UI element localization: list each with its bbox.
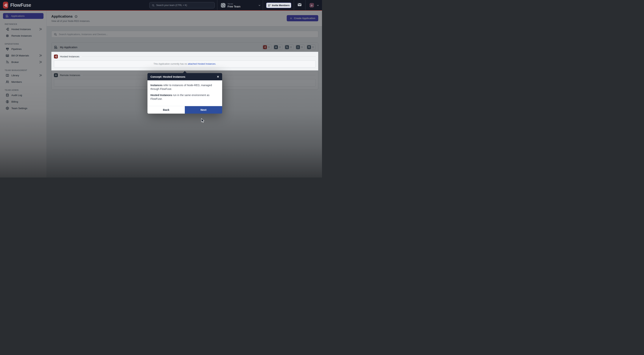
tour-modal-title: Concept: Hosted Instances	[150, 75, 185, 78]
application-card-header[interactable]: My Application 0	[52, 43, 318, 52]
badge-count: 0	[279, 46, 280, 49]
hosted-instances-icon	[263, 45, 267, 49]
team-label: TEAM:	[228, 3, 240, 5]
sidebar-item-label: Bill Of Materials	[12, 54, 29, 57]
members-icon	[6, 80, 9, 84]
section-label: Remote Instances	[60, 74, 80, 77]
sidebar-item-members[interactable]: Members	[0, 79, 46, 85]
team-chevron-down-icon[interactable]	[258, 4, 261, 7]
sidebar-section-team-admin: TEAM ADMIN	[5, 89, 46, 91]
sidebar-item-label: Applications	[11, 15, 25, 17]
applications-search-placeholder: Search Applications, Instances and Devic…	[59, 33, 108, 36]
badge-count: 0	[290, 46, 292, 49]
application-icon	[54, 45, 58, 49]
sidebar-item-label: Members	[12, 81, 22, 83]
sidebar-item-pipelines[interactable]: Pipelines	[0, 46, 46, 52]
badge-hosted-instances[interactable]: 0	[262, 45, 272, 50]
top-navbar: FlowFuse Search your team (CTRL + K) TEA…	[0, 0, 322, 11]
page-header: Applications View all of your Node-RED i…	[47, 11, 322, 26]
create-application-button[interactable]: Create Application	[287, 15, 318, 21]
team-selector[interactable]: TEAM: Free Team	[221, 0, 240, 11]
sidebar-item-broker[interactable]: Broker	[0, 59, 46, 65]
tour-modal: Concept: Hosted Instances ✕ Instances re…	[148, 73, 222, 114]
sidebar-item-label: Billing	[12, 100, 18, 103]
empty-state-period: .	[216, 63, 216, 65]
team-search-input[interactable]: Search your team (CTRL + K)	[149, 2, 215, 9]
badge-count: 0	[301, 46, 302, 49]
user-chevron-down-icon[interactable]	[316, 4, 319, 7]
broker-icon	[6, 60, 9, 64]
hosted-instances-icon	[6, 28, 9, 31]
remote-instances-icon	[6, 34, 9, 38]
clock-icon	[296, 45, 300, 49]
applications-search-input[interactable]: Search Applications, Instances and Devic…	[51, 31, 318, 38]
navbar-divider	[263, 0, 263, 11]
flowfuse-logo[interactable]: FlowFuse	[0, 2, 47, 9]
sparkle-icon	[39, 74, 42, 77]
close-icon[interactable]: ✕	[217, 75, 219, 79]
next-button[interactable]: Next	[185, 106, 222, 114]
sidebar-section-instances: INSTANCES	[5, 23, 46, 25]
tour-modal-arrow	[183, 71, 187, 73]
sidebar-item-audit-log[interactable]: Audit Log	[0, 92, 46, 99]
pipelines-icon	[307, 45, 311, 49]
badge-count: 0	[312, 46, 314, 49]
badge-snapshots[interactable]: 0	[295, 45, 304, 50]
tour-paragraph: Instances refer to instances of Node-RED…	[150, 84, 219, 91]
badge-remote-instances[interactable]: 0	[273, 45, 282, 50]
sidebar: Applications INSTANCES Hosted Instances	[0, 11, 47, 178]
search-icon	[54, 33, 57, 36]
sidebar-item-label: Audit Log	[12, 94, 22, 97]
application-stat-badges: 0 0	[262, 45, 316, 50]
team-search-placeholder: Search your team (CTRL + K)	[156, 4, 187, 7]
remote-instances-icon	[274, 45, 278, 49]
section-label: Hosted Instances	[60, 55, 79, 58]
bill-of-materials-icon	[6, 54, 9, 57]
mouse-cursor	[200, 118, 205, 123]
hosted-instances-empty-state: This Application currently has no attach…	[54, 60, 316, 68]
sidebar-item-label: Team Settings	[12, 107, 28, 110]
sidebar-item-bill-of-materials[interactable]: Bill Of Materials	[0, 52, 46, 59]
sidebar-item-applications[interactable]: Applications	[3, 13, 44, 19]
badge-pipelines[interactable]: 0	[306, 45, 316, 50]
user-avatar[interactable]: jp	[310, 3, 314, 8]
application-title: My Application	[60, 46, 78, 49]
search-icon	[152, 4, 154, 7]
page-subtitle: View all of your Node-RED instances.	[51, 20, 317, 23]
sidebar-item-label: Pipelines	[12, 48, 22, 51]
page-title: Applications	[51, 15, 72, 19]
info-icon[interactable]	[74, 15, 78, 18]
flowfuse-logo-icon	[3, 2, 8, 9]
logo-wordmark: FlowFuse	[10, 3, 31, 8]
sparkle-icon	[39, 54, 42, 57]
invite-members-button[interactable]: Invite Members	[266, 3, 291, 8]
sidebar-item-billing[interactable]: Billing	[0, 99, 46, 105]
create-application-label: Create Application	[294, 17, 315, 20]
sidebar-section-team-management: TEAM MANAGEMENT	[5, 69, 46, 71]
mail-icon[interactable]	[298, 3, 302, 6]
hosted-instances-section: Hosted Instances This Application curren…	[52, 52, 318, 71]
sidebar-item-hosted-instances[interactable]: Hosted Instances	[0, 26, 46, 33]
sidebar-item-library[interactable]: Library	[0, 72, 46, 79]
tour-paragraph: Hosted Instances run in the same environ…	[150, 93, 219, 101]
library-icon	[6, 74, 9, 77]
team-avatar	[221, 3, 226, 8]
sidebar-item-team-settings[interactable]: Team Settings	[0, 105, 46, 112]
audit-log-icon	[6, 93, 9, 97]
back-button[interactable]: Back	[148, 106, 185, 114]
sparkle-icon	[39, 61, 42, 64]
sidebar-item-label: Remote Instances	[12, 34, 32, 37]
sidebar-section-operations: OPERATIONS	[5, 43, 46, 45]
hosted-instances-icon	[54, 55, 58, 59]
navbar-divider	[305, 0, 306, 11]
badge-device-groups[interactable]: 0	[284, 45, 294, 50]
navbar-divider	[217, 0, 217, 11]
sparkle-icon	[39, 28, 42, 31]
tour-modal-body: Instances refer to instances of Node-RED…	[148, 80, 222, 106]
sidebar-item-remote-instances[interactable]: Remote Instances	[0, 33, 46, 39]
applications-icon	[6, 15, 9, 18]
tour-modal-header: Concept: Hosted Instances ✕	[148, 73, 222, 80]
sidebar-item-label: Hosted Instances	[12, 28, 31, 31]
attached-hosted-instances-link[interactable]: attached Hosted Instances	[188, 63, 216, 65]
sidebar-item-label: Broker	[12, 61, 19, 64]
